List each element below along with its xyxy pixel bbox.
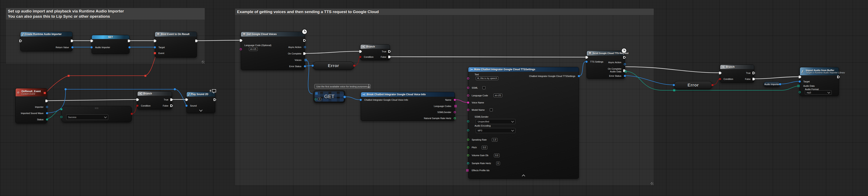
exec-in-pin[interactable] [91,39,93,42]
expand-chevron-icon[interactable] [199,108,203,112]
volume-gain-field[interactable]: 0.0 [494,154,500,157]
importer-pin[interactable] [46,106,48,108]
wire-exec-bind-to-getvoices[interactable] [197,40,240,41]
wire-errorstatus-to-error1[interactable] [305,65,312,66]
node-error-macro-2[interactable]: Error [674,81,713,89]
reroute-node[interactable] [174,88,176,90]
text-field[interactable]: Hi, this is my speech [476,77,498,80]
async-action-pin[interactable] [624,63,626,65]
exec-in-pin[interactable] [799,76,801,78]
natural-sample-rate-pin[interactable] [454,117,456,119]
error-in-pin[interactable] [312,65,314,67]
wire-get-to-break[interactable] [345,97,360,100]
wire-senderrorstatus-to-error2[interactable] [625,76,673,85]
exec-in-pin[interactable] [136,99,139,101]
condition-pin[interactable] [719,78,721,80]
effects-profile-ids-array-pin[interactable] [466,169,467,170]
ssml-gender-pin[interactable] [454,111,456,113]
delegate-reroute-node[interactable] [145,75,146,77]
pitch-pin[interactable] [467,146,469,148]
voices-array-pin[interactable] [305,59,305,60]
wire-branch3false-to-import[interactable] [754,77,799,79]
ssml-pin[interactable] [467,87,469,89]
wire-sendoncomplete-to-branch3[interactable] [625,67,719,73]
enum-value-dropdown[interactable]: Success [66,114,108,120]
node-equal-enum[interactable]: == Success [61,106,132,122]
condition-pin[interactable] [136,105,138,107]
wire-oncomplete-to-branch2[interactable] [305,51,360,53]
node-create-runtime-audio-importer[interactable]: ƒCreate Runtime Audio Importer Return Va… [21,32,72,51]
audio-format-pin[interactable] [799,91,801,93]
wire-maketts-to-ttssettings[interactable] [579,61,586,76]
node-get-google-cloud-voices[interactable]: Get Google Cloud Voices Language Code (O… [241,32,305,70]
node-array-get[interactable]: GET 0 [313,90,345,103]
collapse-chevron-icon[interactable] [522,174,525,178]
exec-in-pin[interactable] [185,99,188,101]
language-code-field[interactable]: en-US [494,94,502,97]
node-audio-importer-getter[interactable]: Audio Importer [764,82,780,87]
wire-branch2false-to-send[interactable] [390,57,586,57]
tts-settings-out-pin[interactable] [578,75,580,77]
node-make-tts-settings[interactable]: Make Chatbot Integrator Google Cloud TTS… [468,67,579,179]
language-code-pin[interactable] [467,94,469,96]
reroute-node[interactable] [65,88,67,90]
exec-in-pin[interactable] [240,39,243,42]
model-name-field[interactable] [490,108,493,111]
speaking-rate-field[interactable]: 1.0 [492,138,497,142]
equal-input-a-pin[interactable] [60,108,62,110]
language-codes-array-pin[interactable] [455,105,455,106]
wire-equal-to-condition[interactable] [132,106,137,114]
delegate-reroute-node[interactable] [68,75,69,77]
event-delegate-pin[interactable] [154,52,156,54]
target-pin[interactable] [154,46,156,48]
target-pin[interactable] [799,81,801,83]
struct-in-pin[interactable] [360,99,362,101]
audio-data-array-pin[interactable] [798,85,798,85]
node-break-voice-info[interactable]: Break Chatbot Integrator Google Cloud Vo… [361,92,455,121]
blueprint-graph-canvas[interactable]: Set up audio import and playback via Run… [0,0,868,196]
node-send-tts-request[interactable]: Send Google Cloud TTS Request TTS Settin… [587,51,625,79]
error-out-pin[interactable] [353,65,355,67]
sample-rate-field[interactable]: 0 [496,162,500,165]
array-in-pin[interactable] [315,92,316,93]
status-pin[interactable] [46,118,48,120]
imported-sound-wave-pin[interactable] [46,112,48,114]
error-status-pin[interactable] [624,75,626,77]
error-out-pin[interactable] [711,84,714,86]
ssml-gender-dropdown[interactable]: Unspecified [476,119,516,124]
node-comment-bubble[interactable]: Use the first available voice for testin… [314,84,371,89]
audio-data-array-pin[interactable] [624,71,625,71]
wire-delegate-event-to-onresult[interactable] [46,54,156,93]
node-error-macro-1[interactable]: Error [313,61,354,70]
model-name-pin[interactable] [467,109,469,111]
error-status-pin[interactable] [304,65,306,67]
bubble-pin-icons[interactable] [368,84,370,88]
exec-in-pin[interactable] [586,56,588,59]
wire-getter-to-target[interactable] [781,81,799,84]
node-set-audio-importer[interactable]: SET Audio Importer [92,35,129,54]
return-value-pin[interactable] [71,46,73,48]
exec-in-pin[interactable] [19,39,22,42]
wire-error1-to-condition2[interactable] [355,57,360,65]
audio-encoding-dropdown[interactable]: MP3 [476,128,516,133]
output-delegate-pin[interactable] [44,92,46,94]
wire-exec-onresult-to-branch[interactable] [46,100,136,101]
wire-error2-to-condition3[interactable] [713,79,719,85]
name-pin[interactable] [454,99,456,101]
sample-rate-pin[interactable] [467,162,469,164]
index-field[interactable]: 0 [318,97,321,101]
audio-format-dropdown[interactable]: mp3 [805,90,832,95]
ssml-checkbox[interactable] [483,86,486,89]
audio-importer-out-pin[interactable] [128,46,130,48]
variable-out-pin[interactable] [779,83,781,85]
exec-in-pin[interactable] [154,39,157,42]
node-onresult-custom-event[interactable]: ◇ OnResult_Event Custom Event Importer I… [16,88,47,123]
async-action-pin[interactable] [304,46,306,48]
error-in-pin[interactable] [673,84,675,86]
node-import-audio-from-buffer[interactable]: ƒ Import Audio from Buffer Target is Run… [800,67,839,96]
wire-name-to-voicename[interactable] [455,100,467,102]
exec-in-pin[interactable] [719,72,722,75]
node-branch-3[interactable]: Branch True Condition False [720,65,754,83]
node-play-sound-2d[interactable]: ƒPlay Sound 2D Sound [187,92,215,113]
array-reroute-node[interactable] [673,89,675,91]
